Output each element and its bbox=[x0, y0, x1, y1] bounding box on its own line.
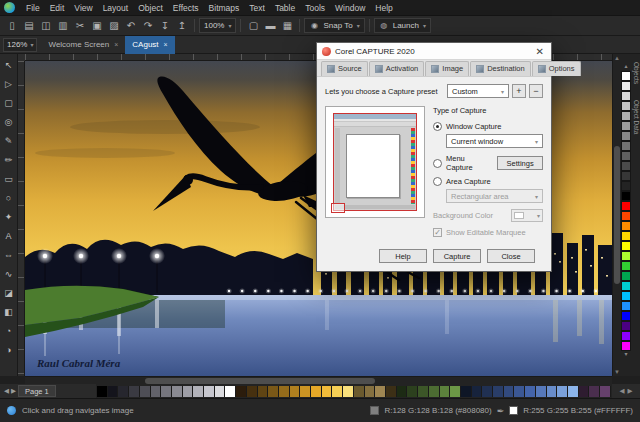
menu-layout[interactable]: Layout bbox=[98, 3, 134, 13]
color-swatch[interactable] bbox=[225, 386, 236, 397]
dialog-tab-options[interactable]: Options bbox=[532, 61, 581, 76]
menu-help[interactable]: Help bbox=[370, 3, 397, 13]
capture-button[interactable]: Capture bbox=[433, 249, 481, 263]
color-swatch[interactable] bbox=[621, 81, 631, 91]
grid-icon[interactable]: ▦ bbox=[279, 18, 295, 34]
canvas-zoom-field[interactable]: 126% ▾ bbox=[3, 38, 37, 52]
color-swatch[interactable] bbox=[621, 131, 631, 141]
color-swatch[interactable] bbox=[621, 301, 631, 311]
preset-dropdown[interactable]: Custom ▾ bbox=[447, 84, 509, 98]
color-swatch[interactable] bbox=[183, 386, 194, 397]
cut-icon[interactable]: ✂ bbox=[72, 18, 88, 34]
zoom-level-dropdown[interactable]: 100% ▾ bbox=[199, 18, 236, 33]
redo-icon[interactable]: ↷ bbox=[140, 18, 156, 34]
freehand-tool[interactable]: ✎ bbox=[1, 133, 16, 148]
color-swatch[interactable] bbox=[514, 386, 525, 397]
color-swatch[interactable] bbox=[621, 211, 631, 221]
area-capture-option[interactable]: Area Capture bbox=[433, 177, 543, 186]
pick-tool[interactable]: ↖ bbox=[1, 57, 16, 72]
docker-tab-objects[interactable]: Objects bbox=[632, 54, 640, 92]
color-swatch[interactable] bbox=[621, 161, 631, 171]
export-icon[interactable]: ↥ bbox=[174, 18, 190, 34]
color-swatch[interactable] bbox=[161, 386, 172, 397]
close-icon[interactable]: ✕ bbox=[534, 46, 546, 57]
color-swatch[interactable] bbox=[193, 386, 204, 397]
palette-left-icon[interactable]: ◀ bbox=[620, 387, 625, 395]
interactive-fill-tool[interactable]: ◑ bbox=[1, 342, 16, 357]
color-swatch[interactable] bbox=[97, 386, 108, 397]
snap-to-dropdown[interactable]: ◉ Snap To ▾ bbox=[304, 18, 364, 33]
menu-window[interactable]: Window bbox=[330, 3, 370, 13]
launch-dropdown[interactable]: ◍ Launch ▾ bbox=[374, 18, 431, 33]
area-capture-radio[interactable] bbox=[433, 177, 442, 186]
menu-edit[interactable]: Edit bbox=[45, 3, 70, 13]
color-swatch[interactable] bbox=[268, 386, 279, 397]
color-swatch[interactable] bbox=[418, 386, 429, 397]
color-swatch[interactable] bbox=[621, 101, 631, 111]
tab-active-document[interactable]: CAgust × bbox=[125, 36, 174, 54]
color-swatch[interactable] bbox=[386, 386, 397, 397]
color-swatch[interactable] bbox=[397, 386, 408, 397]
color-swatch[interactable] bbox=[600, 386, 611, 397]
color-swatch[interactable] bbox=[621, 271, 631, 281]
menu-file[interactable]: File bbox=[21, 3, 45, 13]
color-swatch[interactable] bbox=[375, 386, 386, 397]
color-swatch[interactable] bbox=[343, 386, 354, 397]
color-swatch[interactable] bbox=[365, 386, 376, 397]
help-button[interactable]: Help bbox=[379, 249, 427, 263]
close-button[interactable]: Close bbox=[487, 249, 535, 263]
color-swatch[interactable] bbox=[300, 386, 311, 397]
color-swatch[interactable] bbox=[429, 386, 440, 397]
add-preset-button[interactable]: + bbox=[512, 84, 526, 98]
window-capture-radio[interactable] bbox=[433, 122, 442, 131]
color-swatch[interactable] bbox=[215, 386, 226, 397]
color-swatch[interactable] bbox=[440, 386, 451, 397]
color-swatch[interactable] bbox=[568, 386, 579, 397]
new-document-icon[interactable]: ▯ bbox=[4, 18, 20, 34]
color-swatch[interactable] bbox=[258, 386, 269, 397]
color-swatch[interactable] bbox=[129, 386, 140, 397]
color-swatch[interactable] bbox=[108, 386, 119, 397]
color-swatch[interactable] bbox=[407, 386, 418, 397]
color-swatch[interactable] bbox=[621, 171, 631, 181]
vertical-scrollbar[interactable]: ▲ ▼ bbox=[612, 54, 620, 376]
dialog-tab-destination[interactable]: Destination bbox=[470, 61, 531, 76]
open-icon[interactable]: ▤ bbox=[21, 18, 37, 34]
color-swatch[interactable] bbox=[621, 291, 631, 301]
color-swatch[interactable] bbox=[290, 386, 301, 397]
color-swatch[interactable] bbox=[621, 221, 631, 231]
color-swatch[interactable] bbox=[621, 141, 631, 151]
color-swatch[interactable] bbox=[557, 386, 568, 397]
zoom-tool[interactable]: ◎ bbox=[1, 114, 16, 129]
color-swatch[interactable] bbox=[247, 386, 258, 397]
window-capture-option[interactable]: Window Capture bbox=[433, 122, 543, 131]
paste-icon[interactable]: ▨ bbox=[106, 18, 122, 34]
color-swatch[interactable] bbox=[236, 386, 247, 397]
color-swatch[interactable] bbox=[172, 386, 183, 397]
color-swatch[interactable] bbox=[536, 386, 547, 397]
color-swatch[interactable] bbox=[621, 311, 631, 321]
palette-scroll-up-icon[interactable]: ▴ bbox=[624, 63, 627, 71]
color-swatch[interactable] bbox=[621, 341, 631, 351]
menu-table[interactable]: Table bbox=[270, 3, 300, 13]
menu-capture-radio[interactable] bbox=[433, 159, 442, 168]
color-swatch[interactable] bbox=[621, 261, 631, 271]
color-swatch[interactable] bbox=[621, 201, 631, 211]
close-icon[interactable]: × bbox=[164, 41, 168, 48]
eyedropper-tool[interactable]: ◔ bbox=[1, 323, 16, 338]
connector-tool[interactable]: ∿ bbox=[1, 266, 16, 281]
menu-view[interactable]: View bbox=[69, 3, 97, 13]
color-swatch[interactable] bbox=[621, 241, 631, 251]
color-swatch[interactable] bbox=[140, 386, 151, 397]
drop-shadow-tool[interactable]: ◪ bbox=[1, 285, 16, 300]
previous-page-icon[interactable]: ◀ bbox=[4, 387, 9, 395]
menu-text[interactable]: Text bbox=[244, 3, 270, 13]
menu-tools[interactable]: Tools bbox=[300, 3, 330, 13]
settings-button[interactable]: Settings bbox=[497, 156, 543, 170]
close-icon[interactable]: × bbox=[114, 41, 118, 48]
color-swatch[interactable] bbox=[621, 111, 631, 121]
color-swatch[interactable] bbox=[621, 91, 631, 101]
color-swatch[interactable] bbox=[621, 71, 631, 81]
current-window-dropdown[interactable]: Current window ▾ bbox=[446, 134, 543, 148]
color-swatch[interactable] bbox=[525, 386, 536, 397]
